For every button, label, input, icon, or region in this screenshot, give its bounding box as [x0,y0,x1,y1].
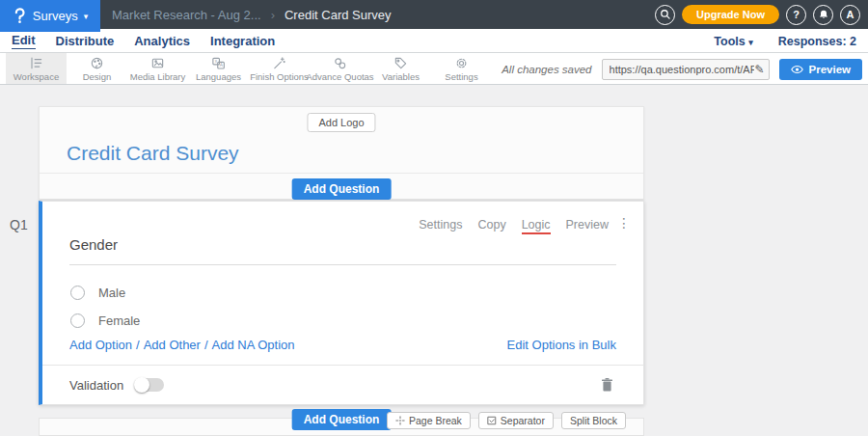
link-separator: / [204,338,208,352]
breadcrumb-survey-name: Credit Card Survey [285,8,392,22]
toolbar-right: All changes saved https://qa.questionpro… [502,53,862,85]
radio-button[interactable] [70,313,85,328]
delete-question-button[interactable] [600,377,614,393]
responses-count[interactable]: Responses: 2 [778,35,856,48]
tools-label: Tools [714,35,745,48]
save-status: All changes saved [502,64,591,75]
breadcrumb: Market Research - Aug 2... › Credit Card… [112,0,392,29]
top-bar-actions: Upgrade Now ? A [655,0,860,29]
split-block-button[interactable]: Split Block [561,412,626,429]
option-label[interactable]: Female [98,313,140,328]
tab-analytics[interactable]: Analytics [134,34,190,48]
toolbar-item-design[interactable]: Design [67,53,127,84]
survey-canvas: Add Logo Credit Card Survey Add Question… [0,85,868,436]
magic-wand-icon [272,56,286,70]
survey-nav: Edit Distribute Analytics Integration To… [0,29,868,53]
top-bar: Market Research - Aug 2... › Credit Card… [0,0,868,29]
eye-icon [791,65,803,74]
question-card: Settings Copy Logic Preview ⋮ Gender Mal… [39,201,644,405]
edit-options-in-bulk-link[interactable]: Edit Options in Bulk [507,338,616,352]
toolbar-item-media-library[interactable]: Media Library [127,53,188,84]
question-text-field[interactable]: Gender [69,236,616,265]
search-button[interactable] [655,5,675,25]
toggle-knob [134,377,149,393]
survey-title[interactable]: Credit Card Survey [67,142,239,165]
notifications-button[interactable] [813,5,833,25]
header-divider [40,173,643,174]
preview-label: Preview [809,64,851,75]
workspace-icon [29,56,43,70]
block-action-buttons: Page Break Separator Split Block [387,412,626,429]
product-name: Surveys [33,9,78,23]
validation-toggle[interactable] [135,378,164,392]
edit-url-pencil-icon[interactable]: ✎ [754,63,764,76]
link-separator: / [136,338,140,352]
tab-edit[interactable]: Edit [12,33,36,49]
tab-distribute[interactable]: Distribute [56,34,115,48]
trash-icon [600,377,614,393]
validation-label: Validation [69,378,123,393]
toolbar-item-languages[interactable]: xA Languages [188,53,249,84]
nav-right: Tools ▾ Responses: 2 [714,29,856,53]
gear-icon [454,56,469,70]
breadcrumb-folder[interactable]: Market Research - Aug 2... [112,8,261,22]
tab-integration[interactable]: Integration [210,34,275,48]
tools-menu[interactable]: Tools ▾ [714,35,752,48]
image-icon [150,56,165,70]
block-controls: Add Question Page Break Separator Split … [39,405,644,436]
tag-icon [393,56,408,70]
separator-button[interactable]: Separator [478,412,554,429]
add-logo-button[interactable]: Add Logo [307,113,375,132]
product-switcher[interactable]: Surveys ▾ [0,0,100,32]
svg-text:A: A [220,63,224,68]
survey-url-value: https://qa.questionpro.com/t/APNrFZgQ [610,64,755,75]
upgrade-now-button[interactable]: Upgrade Now [682,5,779,24]
translate-icon: xA [211,56,226,70]
question-footer: Validation [69,376,614,394]
radio-button[interactable] [70,286,85,300]
palette-icon [90,56,104,70]
account-avatar[interactable]: A [840,5,860,25]
toolbar-item-variables[interactable]: Variables [370,53,431,84]
toolbar-item-workspace[interactable]: Workspace [6,53,67,84]
toolbar-item-advance-quotas[interactable]: Advance Quotas [310,53,370,84]
answer-option-row: Female [70,312,140,329]
chevron-down-icon: ▾ [748,38,753,47]
edit-toolbar: Workspace Design Media Library xA Langua… [0,53,868,85]
question-preview-link[interactable]: Preview [566,218,609,234]
option-label[interactable]: Male [98,286,125,300]
toolbar-item-settings[interactable]: Settings [431,53,492,84]
add-na-option-link[interactable]: Add NA Option [212,338,295,352]
search-icon [660,9,671,20]
chevron-right-icon: › [271,8,275,22]
question-settings-link[interactable]: Settings [419,218,462,234]
help-button[interactable]: ? [786,5,806,25]
survey-url-input[interactable]: https://qa.questionpro.com/t/APNrFZgQ ✎ [602,59,770,80]
question-menu: Settings Copy Logic Preview [419,218,609,234]
question-footer-divider [42,365,643,366]
chevron-down-icon: ▾ [84,12,89,21]
question-copy-link[interactable]: Copy [477,218,505,234]
chain-links-icon [333,56,347,70]
avatar-initial: A [847,9,854,20]
toolbar-item-finish-options[interactable]: Finish Options [249,53,310,84]
questionpro-logo-icon [13,7,27,25]
add-option-link[interactable]: Add Option [69,338,132,352]
answer-option-row: Male [70,284,125,301]
checkbox-icon [487,416,497,425]
question-mark-icon: ? [793,9,800,20]
question-logic-link[interactable]: Logic [522,218,551,234]
page-break-icon [395,416,405,425]
option-links-row: Add Option / Add Other / Add NA Option E… [69,338,616,352]
question-more-menu-icon[interactable]: ⋮ [617,215,631,231]
page-break-button[interactable]: Page Break [387,412,471,429]
question-number: Q1 [10,217,28,232]
add-question-button-bottom[interactable]: Add Question [292,409,392,430]
add-question-button-top[interactable]: Add Question [292,178,392,200]
add-other-link[interactable]: Add Other [144,338,201,352]
bell-icon [818,9,829,20]
app-window: Market Research - Aug 2... › Credit Card… [0,0,868,436]
preview-button[interactable]: Preview [779,59,862,80]
survey-header-card: Add Logo Credit Card Survey Add Question [39,106,644,200]
